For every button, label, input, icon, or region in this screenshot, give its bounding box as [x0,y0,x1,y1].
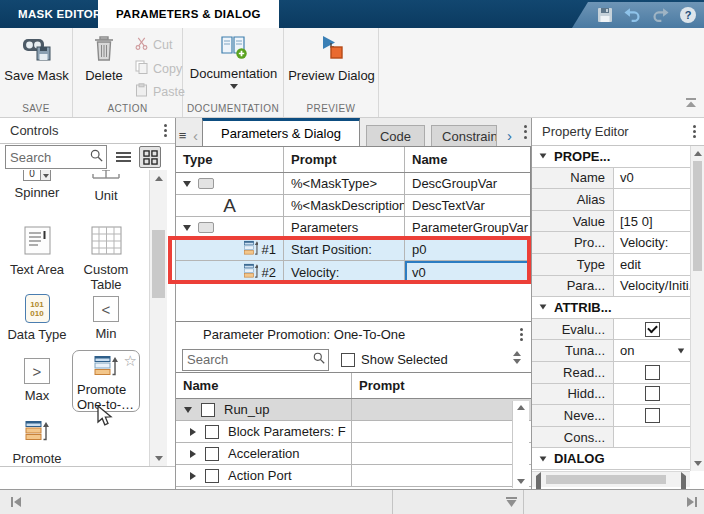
delete-button[interactable]: Delete [79,34,129,83]
property-row-hidden[interactable]: Hidd... [532,384,690,406]
checkbox[interactable] [645,365,660,380]
scroll-up-icon[interactable] [513,401,529,414]
expand-icon[interactable] [183,181,191,187]
tab-constraints[interactable]: Constraints [431,125,497,146]
collapse-right-panel-icon[interactable] [685,496,698,511]
scrollbar-thumb[interactable] [152,230,165,298]
expand-icon[interactable] [190,450,196,458]
column-header-name[interactable]: Name [176,373,352,398]
property-row-neversave[interactable]: Neve... [532,405,690,427]
collapse-bottom-panel-icon[interactable] [505,496,518,511]
promotion-row-acceleration[interactable]: Acceleration [176,443,531,465]
scroll-down-icon[interactable] [691,457,704,470]
property-editor-menu-dots-icon[interactable] [693,123,696,139]
star-icon[interactable]: ☆ [124,352,137,370]
property-editor-scrollbar[interactable] [690,146,704,471]
property-row-name[interactable]: Name v0 [532,168,690,190]
help-icon[interactable]: ? [680,7,696,23]
tab-code[interactable]: Code [366,125,425,146]
property-editor-hscrollbar[interactable] [532,471,690,487]
table-row-mask-description[interactable]: A %<MaskDescription> DescTextVar [176,195,530,217]
promotion-row-action-port[interactable]: Action Port [176,465,531,487]
promotion-row-block-parameters[interactable]: Block Parameters: F [176,421,531,443]
checkbox[interactable] [645,408,660,423]
checkbox[interactable] [645,386,660,401]
control-promote[interactable]: Promote [1,420,73,466]
save-icon[interactable] [596,7,613,24]
column-header-name[interactable]: Name [405,147,530,172]
tab-scroll-right-icon[interactable]: › [503,124,516,146]
control-text-area[interactable]: Text Area [1,226,73,277]
checkbox[interactable] [205,469,219,483]
tab-parameters-and-dialog[interactable]: Parameters & Dialog [202,118,360,146]
promotion-scrollbar[interactable] [512,401,529,488]
column-header-type[interactable]: Type [176,147,284,172]
copy-button[interactable]: Copy [135,60,182,77]
list-view-icon[interactable] [112,146,134,168]
scroll-up-icon[interactable] [150,172,167,185]
scroll-up-icon[interactable] [691,147,704,160]
controls-scrollbar[interactable] [149,170,167,467]
section-properties[interactable]: PROPE... [532,146,690,168]
checkbox[interactable] [205,447,219,461]
redo-icon[interactable] [652,7,669,24]
tab-parameters-dialog[interactable]: PARAMETERS & DIALOG [98,0,279,28]
promotion-row-run-up[interactable]: Run_up [176,399,531,421]
editing-cell[interactable]: v0 [405,261,530,283]
control-spinner[interactable]: 0 Spinner [1,170,73,200]
cut-button[interactable]: Cut [135,37,172,53]
section-dialog[interactable]: DIALOG [532,448,690,470]
checkbox[interactable] [205,425,219,439]
table-row-parameters-group[interactable]: Parameters ParameterGroupVar [176,217,530,239]
controls-search-input[interactable] [6,148,90,167]
save-mask-button[interactable]: Save Mask [5,34,68,83]
control-promote-one-to-one[interactable]: ☆ Promote One-to-… [72,350,140,412]
control-unit[interactable]: Unit [70,170,142,203]
table-row-mask-type[interactable]: %<MaskType> DescGroupVar [176,173,530,195]
property-row-readonly[interactable]: Read... [532,362,690,384]
control-data-type[interactable]: 101010 Data Type [1,294,73,342]
property-value[interactable]: Velocity: [620,235,668,250]
documentation-button[interactable]: Documentation [186,34,281,89]
scroll-down-icon[interactable] [150,452,167,465]
paste-button[interactable]: Paste [135,83,185,100]
property-row-alias[interactable]: Alias [532,189,690,211]
section-attributes[interactable]: ATTRIB... [532,297,690,319]
checkbox[interactable] [645,322,660,337]
property-value[interactable]: edit [620,257,641,272]
tab-menu-icon[interactable]: ≡ [176,124,189,146]
scroll-down-icon[interactable] [513,475,529,488]
promotion-scroll-arrows[interactable] [513,351,521,364]
control-custom-table[interactable]: Custom Table [70,226,142,292]
collapse-ribbon-icon[interactable] [684,96,698,111]
show-selected-checkbox[interactable] [341,353,355,367]
property-row-evaluate[interactable]: Evalu... [532,319,690,341]
control-max[interactable]: > Max [1,358,73,403]
collapse-left-panel-icon[interactable] [10,496,23,511]
property-value[interactable]: v0 [620,170,634,185]
preview-dialog-button[interactable]: Preview Dialog [287,34,376,83]
property-row-prompt[interactable]: Pro... Velocity: [532,232,690,254]
expand-icon[interactable] [190,472,196,480]
expand-icon[interactable] [183,225,191,231]
property-row-constraint[interactable]: Cons... [532,427,690,449]
column-header-prompt[interactable]: Prompt [352,373,531,398]
promotion-search-input[interactable] [183,350,313,369]
column-header-prompt[interactable]: Prompt [284,147,405,172]
promotion-menu-dots-icon[interactable] [520,326,523,342]
control-min[interactable]: < Min [70,296,142,341]
grid-view-icon[interactable] [139,146,161,168]
editor-tabs-menu-dots-icon[interactable] [524,124,527,140]
expand-icon[interactable] [184,407,192,413]
property-value[interactable]: Velocity/Initi.. [620,278,690,293]
property-row-tunable[interactable]: Tuna... on [532,340,690,362]
dropdown-value[interactable]: on [620,343,634,358]
tab-scroll-left-icon[interactable]: ‹ [189,124,202,146]
scrollbar-thumb[interactable] [546,475,666,484]
property-row-value[interactable]: Value [15 0] [532,211,690,233]
checkbox[interactable] [201,403,215,417]
undo-icon[interactable] [624,7,641,24]
property-row-type[interactable]: Type edit [532,254,690,276]
property-value[interactable]: [15 0] [620,214,653,229]
expand-icon[interactable] [190,428,196,436]
